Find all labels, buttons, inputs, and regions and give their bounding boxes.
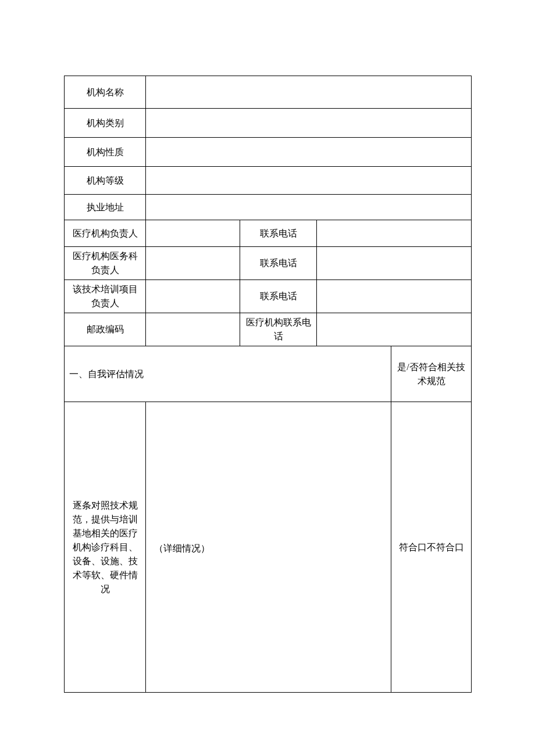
- label-med-head: 医疗机构负责人: [65, 220, 146, 247]
- value-org-grade[interactable]: [146, 167, 472, 195]
- label-org-grade: 机构等级: [65, 167, 146, 195]
- label-practice-address: 执业地址: [65, 195, 146, 220]
- value-med-affairs-head-phone[interactable]: [317, 247, 472, 280]
- row-section-header: 一、自我评估情况 是/否符合相关技术规范: [65, 346, 472, 402]
- row-med-affairs-head: 医疗机构医务科负责人 联系电话: [65, 247, 472, 280]
- label-org-category: 机构类别: [65, 109, 146, 138]
- label-postal: 邮政编码: [65, 313, 146, 346]
- label-org-nature: 机构性质: [65, 138, 146, 167]
- section-item-detail[interactable]: （详细情况）: [146, 402, 391, 693]
- value-med-affairs-head[interactable]: [146, 247, 240, 280]
- row-practice-address: 执业地址: [65, 195, 472, 220]
- value-org-name[interactable]: [146, 76, 472, 109]
- section-item-choice[interactable]: 符合口不符合口: [391, 402, 472, 693]
- value-org-phone[interactable]: [317, 313, 472, 346]
- value-tech-training-head-phone[interactable]: [317, 280, 472, 313]
- row-org-name: 机构名称: [65, 76, 472, 109]
- section-item-label: 逐条对照技术规范，提供与培训基地相关的医疗机构诊疗科目、设备、设施、技术等软、硬…: [65, 402, 146, 693]
- value-postal[interactable]: [146, 313, 240, 346]
- label-org-name: 机构名称: [65, 76, 146, 109]
- form-table: 机构名称 机构类别 机构性质 机构等级 执业地址 医疗机构负责人 联系电话 医疗…: [64, 76, 472, 693]
- label-tech-training-head-phone: 联系电话: [240, 280, 317, 313]
- form-page: 机构名称 机构类别 机构性质 机构等级 执业地址 医疗机构负责人 联系电话 医疗…: [64, 76, 471, 693]
- row-tech-training-head: 该技术培训项目负责人 联系电话: [65, 280, 472, 313]
- row-org-grade: 机构等级: [65, 167, 472, 195]
- row-org-category: 机构类别: [65, 109, 472, 138]
- label-org-phone: 医疗机构联系电话: [240, 313, 317, 346]
- value-tech-training-head[interactable]: [146, 280, 240, 313]
- label-med-affairs-head: 医疗机构医务科负责人: [65, 247, 146, 280]
- row-postal: 邮政编码 医疗机构联系电话: [65, 313, 472, 346]
- label-med-affairs-head-phone: 联系电话: [240, 247, 317, 280]
- value-org-category[interactable]: [146, 109, 472, 138]
- section-title: 一、自我评估情况: [65, 346, 391, 402]
- value-org-nature[interactable]: [146, 138, 472, 167]
- value-practice-address[interactable]: [146, 195, 472, 220]
- value-med-head-phone[interactable]: [317, 220, 472, 247]
- label-med-head-phone: 联系电话: [240, 220, 317, 247]
- value-med-head[interactable]: [146, 220, 240, 247]
- row-org-nature: 机构性质: [65, 138, 472, 167]
- section-right-header: 是/否符合相关技术规范: [391, 346, 472, 402]
- row-med-head: 医疗机构负责人 联系电话: [65, 220, 472, 247]
- label-tech-training-head: 该技术培训项目负责人: [65, 280, 146, 313]
- row-section-item: 逐条对照技术规范，提供与培训基地相关的医疗机构诊疗科目、设备、设施、技术等软、硬…: [65, 402, 472, 693]
